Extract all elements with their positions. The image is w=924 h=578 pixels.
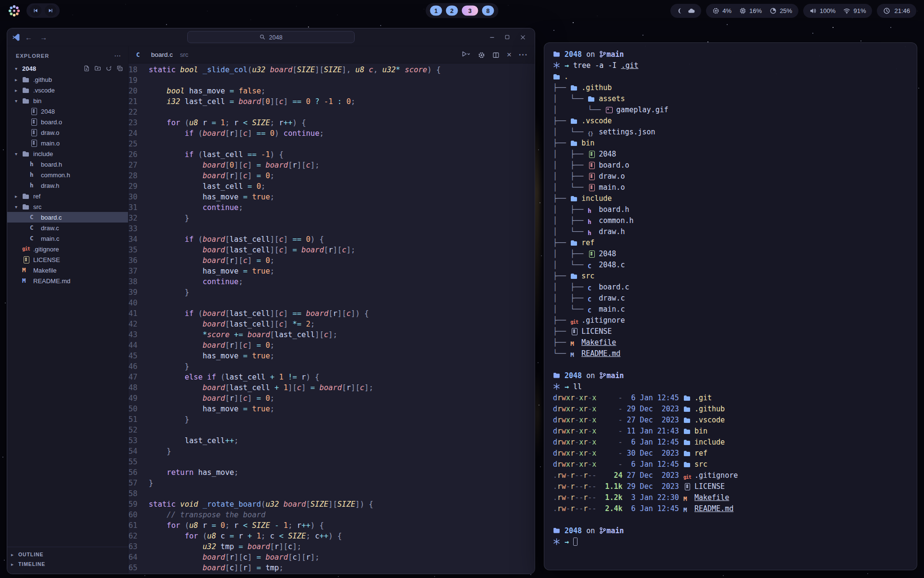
explorer-item-src[interactable]: ▾src	[7, 201, 128, 212]
tab-directory: src	[180, 51, 188, 58]
system-stats-widget[interactable]: 4% 16% 25%	[706, 4, 798, 18]
new-folder-button[interactable]	[94, 65, 101, 72]
clock-time: 21:46	[894, 7, 910, 14]
folder-icon	[683, 406, 692, 412]
workspace-8[interactable]: 8	[482, 6, 494, 16]
explorer-more-actions-button[interactable]: ···	[115, 53, 121, 59]
line-number: 38	[128, 276, 149, 287]
explorer-item-LICENSE[interactable]: LICENSE	[7, 254, 128, 265]
collapse-all-button[interactable]	[116, 65, 123, 72]
explorer-item-draw.h[interactable]: hdraw.h	[7, 180, 128, 191]
line-number: 61	[128, 520, 149, 531]
maximize-button[interactable]	[500, 31, 514, 43]
terminal-window[interactable]: 2048 on main → tree -a -I .git.├── .gith…	[544, 42, 917, 570]
terminal-output: 2048 on main → tree -a -I .git.├── .gith…	[553, 49, 917, 548]
workspace-switcher: 1238	[426, 3, 499, 18]
img-icon	[605, 106, 613, 113]
o-icon	[588, 184, 596, 191]
c-icon: C	[30, 235, 38, 242]
explorer-item-.vscode[interactable]: ▸.vscode	[7, 85, 128, 95]
explorer-item-include[interactable]: ▾include	[7, 148, 128, 159]
memory-chip-icon	[739, 7, 746, 14]
moon-icon	[677, 7, 684, 14]
refresh-button[interactable]	[105, 65, 112, 72]
gear-logo-icon	[8, 4, 21, 17]
c-icon: C	[588, 296, 596, 303]
explorer-item-draw.o[interactable]: draw.o	[7, 127, 128, 138]
explorer-item-.github[interactable]: ▸.github	[7, 74, 128, 85]
explorer-item-main.c[interactable]: Cmain.c	[7, 233, 128, 244]
folder-icon	[553, 73, 561, 80]
minimize-button[interactable]	[485, 31, 499, 43]
code-line: 42 board[last_cell][c] *= 2;	[128, 319, 535, 329]
clock-widget[interactable]: 21:46	[877, 4, 916, 18]
explorer-item-.gitignore[interactable]: git.gitignore	[7, 244, 128, 254]
code-line: 24 if (board[r][c] == 0) continue;	[128, 128, 535, 139]
workspace-1[interactable]: 1	[430, 6, 442, 16]
skip-previous-icon	[33, 8, 38, 13]
line-number: 25	[128, 139, 149, 149]
explorer-item-2048[interactable]: 2048	[7, 106, 128, 117]
system-logo[interactable]	[8, 4, 21, 17]
workspace-3[interactable]: 3	[462, 6, 478, 16]
workspace-2[interactable]: 2	[446, 6, 458, 16]
more-actions-button[interactable]: ···	[519, 51, 528, 59]
split-editor-button[interactable]	[492, 51, 500, 59]
explorer-item-main.o[interactable]: main.o	[7, 138, 128, 148]
history-back-button[interactable]: ←	[25, 33, 32, 41]
code-line: 26 if (last_cell == -1) {	[128, 149, 535, 160]
explorer-item-board.c[interactable]: Cboard.c	[7, 212, 128, 223]
chevron-right-icon: ▸	[15, 194, 22, 199]
md-icon: M	[570, 352, 578, 358]
close-icon	[520, 34, 526, 40]
wifi-strength: 91%	[853, 7, 866, 14]
weather-widget[interactable]	[670, 4, 701, 18]
tab-filename: board.c	[151, 51, 173, 58]
media-prev-button[interactable]	[30, 5, 41, 16]
panel-outline[interactable]: ▸OUTLINE	[7, 550, 128, 559]
line-number: 47	[128, 372, 149, 382]
terminal-line: drwxr-xr-x - 6 Jan 12:45 .git	[553, 393, 917, 404]
folder-icon	[570, 118, 578, 124]
line-number: 41	[128, 308, 149, 319]
line-number: 56	[128, 467, 149, 478]
code-line: 48 board[last_cell + 1][c] = board[r][c]…	[128, 382, 535, 393]
new-file-button[interactable]	[83, 65, 90, 72]
tab-board-c[interactable]: C board.c src	[136, 51, 188, 58]
nix-snowflake-icon	[553, 538, 560, 545]
command-center-search[interactable]: 2048	[187, 31, 355, 43]
explorer-item-README.md[interactable]: MREADME.md	[7, 276, 128, 286]
media-next-button[interactable]	[45, 5, 56, 16]
audio-network-widget[interactable]: 100% 91%	[803, 4, 872, 18]
panel-timeline[interactable]: ▸TIMELINE	[7, 559, 128, 569]
line-number: 32	[128, 213, 149, 223]
explorer-item-board.h[interactable]: hboard.h	[7, 159, 128, 170]
folder-icon	[22, 87, 30, 93]
history-forward-button[interactable]: →	[40, 33, 47, 41]
line-number: 50	[128, 404, 149, 414]
explorer-item-draw.c[interactable]: Cdraw.c	[7, 223, 128, 233]
terminal-line: │ └── gameplay.gif	[553, 105, 917, 116]
close-editor-button[interactable]: ×	[507, 51, 512, 59]
terminal-line: │ ├── hboard.h	[553, 204, 917, 215]
c-icon: C	[588, 307, 596, 314]
explorer-item-common.h[interactable]: hcommon.h	[7, 170, 128, 180]
explorer-item-board.o[interactable]: board.o	[7, 117, 128, 127]
wifi-stat: 91%	[843, 7, 866, 14]
file-icon	[30, 108, 38, 115]
run-code-button[interactable]	[461, 50, 471, 60]
explorer-item-Makefile[interactable]: MMakefile	[7, 265, 128, 276]
settings-gear-button[interactable]	[478, 51, 485, 59]
explorer-item-bin[interactable]: ▾bin	[7, 95, 128, 106]
code-line: 35 board[last_cell][c] = board[r][c];	[128, 245, 535, 255]
explorer-root-folder[interactable]: ▾ 2048	[7, 63, 128, 74]
c-icon: C	[588, 285, 596, 292]
editor-area: C board.c src × ··· 18static bool _slide…	[128, 46, 535, 574]
explorer-item-ref[interactable]: ▸ref	[7, 191, 128, 201]
folder-icon	[570, 273, 578, 279]
close-button[interactable]	[515, 31, 530, 43]
code-editor[interactable]: 18static bool _slide_col(u32 board[SIZE]…	[128, 64, 535, 574]
media-controls	[26, 3, 60, 18]
code-line: 64 board[r][c] = board[c][r];	[128, 552, 535, 563]
code-line: 28 board[r][c] = 0;	[128, 171, 535, 181]
